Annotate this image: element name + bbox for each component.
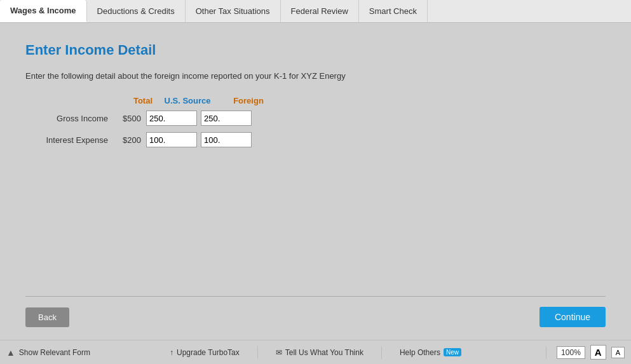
label-gross-income: Gross Income (38, 114, 114, 123)
email-icon: ✉ (276, 348, 282, 357)
tab-other-tax[interactable]: Other Tax Situations (186, 0, 281, 22)
total-interest-expense: $200 (114, 135, 146, 145)
col-header-us-source: U.S. Source (159, 96, 216, 105)
font-decrease-button[interactable]: A (611, 347, 625, 358)
label-interest-expense: Interest Expense (38, 135, 114, 145)
upgrade-icon: ↑ (170, 348, 173, 357)
tab-smart-check[interactable]: Smart Check (359, 0, 428, 22)
show-form-arrow-icon: ▲ (6, 347, 15, 358)
back-button[interactable]: Back (25, 307, 69, 327)
total-gross-income: $500 (114, 114, 146, 123)
footer-separator-2 (381, 346, 382, 359)
page-description: Enter the following detail about the for… (25, 71, 606, 81)
new-badge: New (444, 348, 461, 356)
footer-separator-1 (257, 346, 258, 359)
col-header-foreign: Foreign (220, 96, 277, 105)
tab-deductions-credits[interactable]: Deductions & Credits (87, 0, 186, 22)
table-row-interest-expense: Interest Expense $200 (38, 132, 606, 147)
table-row-gross-income: Gross Income $500 (38, 111, 606, 126)
font-increase-button[interactable]: A (590, 345, 606, 360)
continue-button[interactable]: Continue (539, 307, 606, 327)
footer-left: ▲ Show Relevant Form (6, 347, 161, 358)
tab-federal-review[interactable]: Federal Review (281, 0, 359, 22)
button-row: Back Continue (25, 307, 606, 327)
tab-wages-income[interactable]: Wages & Income (0, 0, 87, 22)
upgrade-turbotax-item[interactable]: ↑ Upgrade TurboTax (170, 348, 240, 357)
nav-bar: Wages & Income Deductions & Credits Othe… (0, 0, 631, 23)
table-header-row: Total U.S. Source Foreign (108, 96, 606, 105)
tell-us-item[interactable]: ✉ Tell Us What You Think (276, 348, 363, 357)
footer-center: ↑ Upgrade TurboTax ✉ Tell Us What You Th… (161, 346, 470, 359)
input-foreign-interest[interactable] (201, 132, 252, 147)
footer: ▲ Show Relevant Form ↑ Upgrade TurboTax … (0, 340, 631, 364)
show-relevant-form-link[interactable]: Show Relevant Form (19, 348, 90, 357)
section-divider (25, 296, 606, 297)
input-us-source-interest[interactable] (146, 132, 197, 147)
zoom-level: 100% (557, 346, 585, 359)
income-table: Total U.S. Source Foreign Gross Income $… (38, 96, 606, 154)
footer-separator-3 (546, 346, 546, 359)
col-header-total: Total (108, 96, 159, 105)
input-us-source-gross[interactable] (146, 111, 197, 126)
page-title: Enter Income Detail (25, 42, 606, 58)
help-others-item[interactable]: Help Others New (400, 348, 461, 357)
input-foreign-gross[interactable] (201, 111, 252, 126)
footer-right: 100% A A (470, 345, 625, 360)
main-content: Enter Income Detail Enter the following … (0, 23, 631, 340)
